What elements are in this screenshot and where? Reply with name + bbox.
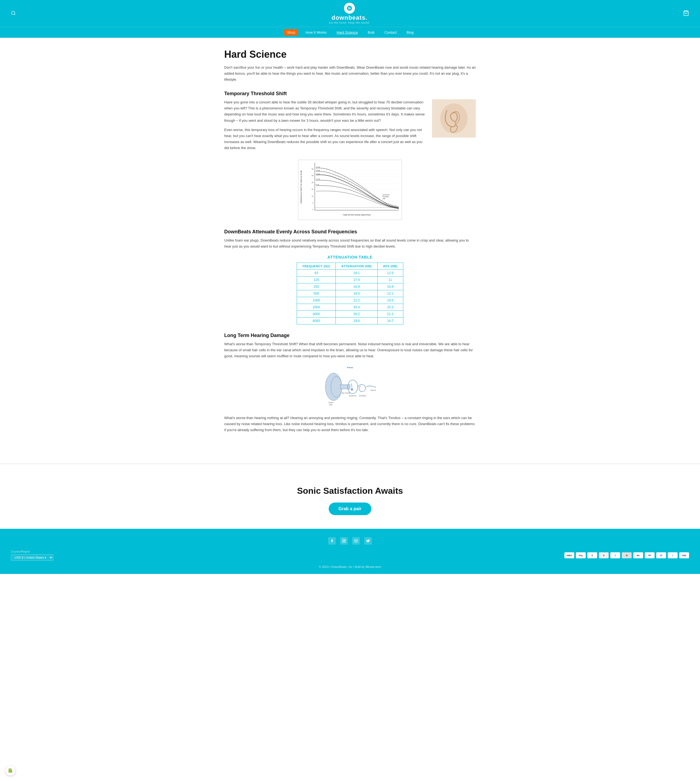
nav-how-it-works[interactable]: How It Works xyxy=(303,29,329,35)
site-logo[interactable]: downbeats. cut the noise. keep the sound… xyxy=(329,3,370,24)
apple-pay-icon: Pay xyxy=(576,552,586,558)
svg-line-1 xyxy=(14,14,15,15)
svg-text:Eardrum: Eardrum xyxy=(349,395,357,397)
svg-rect-48 xyxy=(342,539,346,542)
paypal-icon: PP xyxy=(645,552,655,558)
section-attenuation: DownBeats Attenuate Evenly Across Sound … xyxy=(224,229,476,324)
intro-paragraph: Don't sacrifice your fun or your health … xyxy=(224,65,476,83)
threshold-chart: THRESHOLD SHIFT AT 4000 Hz IN dB TIME AF… xyxy=(298,160,402,220)
col-header-frequency: FREQUENCY (HZ) xyxy=(297,263,336,270)
attenuation-table: FREQUENCY (HZ) ATTENUATION (DB) APV (DB)… xyxy=(297,263,403,324)
svg-point-40 xyxy=(351,389,353,390)
svg-marker-51 xyxy=(356,540,357,541)
svg-text:Nerve: Nerve xyxy=(371,389,376,391)
svg-rect-3 xyxy=(348,7,349,9)
svg-text:120 dB: 120 dB xyxy=(315,170,320,171)
svg-text:20: 20 xyxy=(312,189,313,190)
nav-hard-science[interactable]: Hard Science xyxy=(334,29,360,35)
svg-text:threshold: threshold xyxy=(383,196,388,197)
nav-shop[interactable]: Shop xyxy=(284,29,298,35)
nav-contact[interactable]: Contact xyxy=(382,29,399,35)
svg-point-50 xyxy=(345,540,345,540)
maestro-icon: M xyxy=(622,552,632,558)
svg-text:130 dB: 130 dB xyxy=(315,167,320,168)
country-select[interactable]: USD $ | United States ▾ xyxy=(11,554,53,561)
nav-bulk[interactable]: Bulk xyxy=(366,29,377,35)
cart-icon[interactable] xyxy=(683,10,689,17)
shop-pay-icon: SP xyxy=(656,552,666,558)
search-button[interactable] xyxy=(11,11,16,17)
svg-point-2 xyxy=(347,6,352,11)
section-3-para-1: What's worse than Temporary Threshold Sh… xyxy=(224,341,476,359)
table-row: 12517.411 xyxy=(297,277,403,284)
table-row: 200030.425.5 xyxy=(297,304,403,311)
main-nav: Shop How It Works Hard Science Bulk Cont… xyxy=(0,27,700,38)
nav-blog[interactable]: Blog xyxy=(404,29,416,35)
svg-text:110 dB: 110 dB xyxy=(315,174,320,175)
facebook-icon[interactable] xyxy=(328,537,336,545)
svg-text:Ear Canal: Ear Canal xyxy=(342,392,350,394)
svg-point-6 xyxy=(440,103,468,134)
table-row: 25016.910.8 xyxy=(297,284,403,290)
threshold-chart-container: THRESHOLD SHIFT AT 4000 Hz IN dB TIME AF… xyxy=(224,160,476,221)
table-row: 6318.112.6 xyxy=(297,270,403,277)
section-3-para-2: What's worse than hearing nothing at all… xyxy=(224,415,476,433)
ear-anatomy-container: Outer Ear Ear Canal Eardrum Cochlea Nerv… xyxy=(224,365,476,409)
svg-text:Cochlea: Cochlea xyxy=(359,395,366,397)
google-pay-icon: G xyxy=(610,552,620,558)
page-title: Hard Science xyxy=(224,49,476,60)
twitter-icon[interactable] xyxy=(364,537,372,545)
mastercard-icon: MC xyxy=(633,552,643,558)
footer-bottom: Country/Region USD $ | United States ▾ A… xyxy=(11,550,689,561)
svg-text:THRESHOLD SHIFT AT 4000 Hz IN : THRESHOLD SHIFT AT 4000 Hz IN dB xyxy=(300,170,302,204)
footer-copyright: © 2023 • DownBeats, Inc | Built by Minut… xyxy=(11,565,689,569)
svg-text:permanent: permanent xyxy=(383,194,390,195)
section-title-1: Temporary Threshold Shift xyxy=(224,91,476,97)
col-header-attenuation: ATTENUATION (DB) xyxy=(336,263,377,270)
svg-text:Pinna: Pinna xyxy=(347,366,353,369)
ear-image xyxy=(432,99,476,138)
svg-point-35 xyxy=(325,373,342,401)
country-label: Country/Region xyxy=(11,550,53,553)
country-region: Country/Region USD $ | United States ▾ xyxy=(11,550,53,561)
svg-text:TIME AFTER NOISE (MINUTES): TIME AFTER NOISE (MINUTES) xyxy=(343,214,371,216)
section-1-para-2: Even worse, this temporary loss of heari… xyxy=(224,127,427,151)
social-links xyxy=(11,537,689,545)
svg-point-49 xyxy=(343,540,345,542)
site-footer: Country/Region USD $ | United States ▾ A… xyxy=(0,529,700,574)
section-1-para-1: Have you gone into a concert able to hea… xyxy=(224,99,427,123)
youtube-icon[interactable] xyxy=(352,537,360,545)
svg-text:Outer: Outer xyxy=(328,402,333,404)
svg-text:100 dB: 100 dB xyxy=(315,179,320,180)
svg-text:10: 10 xyxy=(312,195,313,197)
table-row: 100022.219.5 xyxy=(297,297,403,304)
table-row: 50016.512.1 xyxy=(297,290,403,297)
ear-anatomy-svg: Outer Ear Ear Canal Eardrum Cochlea Nerv… xyxy=(323,365,377,409)
grab-a-pair-button[interactable]: Grab a pair xyxy=(329,502,371,515)
section-temporary-threshold: Temporary Threshold Shift Have you gone … xyxy=(224,91,476,221)
table-row: 400026.221.1 xyxy=(297,311,403,318)
amex-icon: AMEX xyxy=(564,552,574,558)
svg-text:90 dB: 90 dB xyxy=(315,184,319,185)
cta-section: Sonic Satisfaction Awaits Grab a pair xyxy=(0,475,700,529)
discover-icon: D xyxy=(599,552,609,558)
payment-methods: AMEX Pay D D G M MC PP SP V VISA xyxy=(564,552,689,558)
section-divider xyxy=(0,464,700,464)
attenuation-table-title: ATTENUATION TABLE xyxy=(224,255,476,259)
instagram-icon[interactable] xyxy=(340,537,348,545)
svg-text:50: 50 xyxy=(312,168,313,170)
col-header-apv: APV (DB) xyxy=(377,263,403,270)
site-header: downbeats. cut the noise. keep the sound… xyxy=(0,0,700,38)
svg-rect-4 xyxy=(350,7,350,9)
main-content: Hard Science Don't sacrifice your fun or… xyxy=(219,38,481,453)
visa-icon: VISA xyxy=(679,552,689,558)
section-title-2: DownBeats Attenuate Evenly Across Sound … xyxy=(224,229,476,235)
table-row: 600019.614.7 xyxy=(297,318,403,324)
section-long-term: Long Term Hearing Damage What's worse th… xyxy=(224,333,476,433)
svg-rect-37 xyxy=(340,385,350,389)
svg-text:Ear: Ear xyxy=(330,404,333,406)
venmo-icon: V xyxy=(668,552,678,558)
attenuation-table-section: ATTENUATION TABLE FREQUENCY (HZ) ATTENUA… xyxy=(224,255,476,324)
cta-title: Sonic Satisfaction Awaits xyxy=(5,486,695,496)
section-2-para-1: Unlike foam ear plugs, DownBeats reduce … xyxy=(224,237,476,249)
